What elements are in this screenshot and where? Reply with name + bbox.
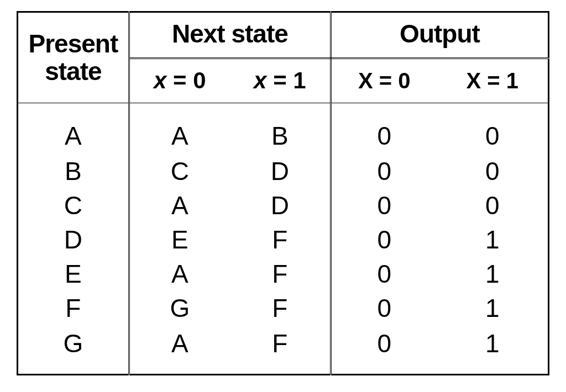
cell-out-x1: 1 (437, 325, 549, 374)
cell-out-x0: 0 (331, 257, 437, 291)
cell-out-x0: 0 (331, 325, 437, 374)
cell-next-x0: A (129, 257, 230, 291)
eq-1: = 1 (266, 67, 306, 93)
cell-out-x0: 0 (331, 291, 437, 325)
cell-out-x0: 0 (331, 188, 437, 223)
cell-out-x1: 0 (437, 188, 549, 223)
subheader-next-x0: x = 0 (129, 58, 230, 103)
cell-next-x0: C (129, 154, 230, 188)
cell-out-x1: 0 (437, 103, 549, 154)
state-table: Present state Next state Output x = 0 x … (17, 11, 549, 375)
header-row-1: Present state Next state Output (18, 12, 549, 59)
cell-present: D (18, 223, 129, 257)
cell-next-x0: G (129, 291, 230, 325)
cell-next-x1: F (230, 257, 331, 291)
cell-out-x0: 0 (331, 154, 437, 188)
cell-next-x0: E (129, 223, 230, 257)
var-x: x (154, 67, 166, 93)
subheader-out-x1: X = 1 (437, 58, 549, 103)
header-present-state: Present state (18, 12, 129, 103)
table-row: A A B 0 0 (18, 103, 549, 154)
cell-next-x0: A (129, 188, 230, 223)
table-row: C A D 0 0 (18, 188, 549, 223)
header-present-line2: state (45, 57, 101, 86)
cell-next-x1: F (230, 291, 331, 325)
cell-next-x1: B (230, 103, 331, 154)
cell-present: C (18, 188, 129, 223)
header-next-state: Next state (129, 12, 331, 59)
cell-next-x0: A (129, 103, 230, 154)
var-x: x (254, 67, 266, 93)
cell-present: E (18, 257, 129, 291)
subheader-out-x0: X = 0 (331, 58, 437, 103)
eq-0: = 0 (166, 67, 206, 93)
cell-present: G (18, 325, 129, 374)
cell-present: B (18, 154, 129, 188)
cell-next-x1: D (230, 188, 331, 223)
cell-out-x1: 1 (437, 223, 549, 257)
table-row: G A F 0 1 (18, 325, 549, 374)
cell-next-x1: F (230, 325, 331, 374)
cell-out-x1: 0 (437, 154, 549, 188)
cell-out-x0: 0 (331, 103, 437, 154)
table-row: B C D 0 0 (18, 154, 549, 188)
cell-out-x1: 1 (437, 291, 549, 325)
cell-present: A (18, 103, 129, 154)
cell-next-x1: D (230, 154, 331, 188)
header-present-line1: Present (29, 29, 118, 58)
table-row: E A F 0 1 (18, 257, 549, 291)
page: Present state Next state Output x = 0 x … (0, 0, 566, 392)
table-row: D E F 0 1 (18, 223, 549, 257)
cell-present: F (18, 291, 129, 325)
subheader-next-x1: x = 1 (230, 58, 331, 103)
cell-next-x0: A (129, 325, 230, 374)
cell-out-x0: 0 (331, 223, 437, 257)
cell-next-x1: F (230, 223, 331, 257)
header-output: Output (331, 12, 548, 59)
cell-out-x1: 1 (437, 257, 549, 291)
table-row: F G F 0 1 (18, 291, 549, 325)
